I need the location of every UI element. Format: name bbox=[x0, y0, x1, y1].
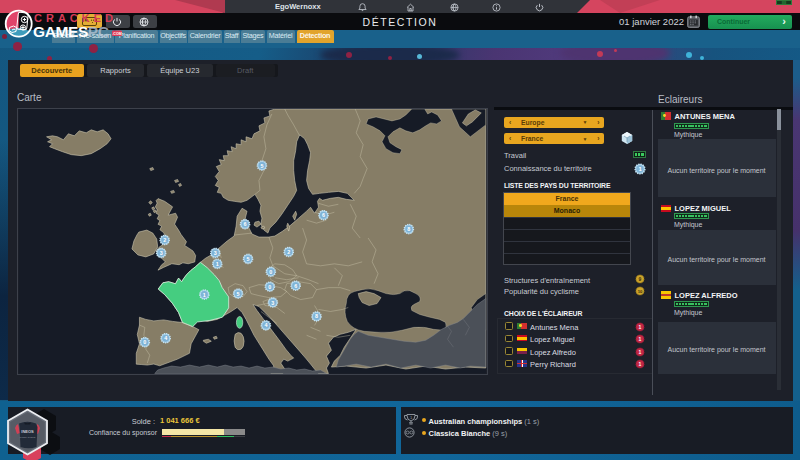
svg-text:4: 4 bbox=[164, 335, 167, 341]
svg-text:6: 6 bbox=[322, 212, 325, 218]
svg-text:1: 1 bbox=[410, 415, 413, 420]
svg-text:3: 3 bbox=[214, 250, 217, 256]
svg-text:6: 6 bbox=[244, 221, 247, 227]
svg-text:3: 3 bbox=[271, 300, 274, 306]
svg-text:1: 1 bbox=[639, 336, 642, 342]
svg-text:2: 2 bbox=[163, 237, 166, 243]
svg-text:10: 10 bbox=[637, 288, 642, 293]
svg-text:1: 1 bbox=[203, 292, 206, 298]
svg-text:3: 3 bbox=[160, 250, 163, 256]
svg-text:1: 1 bbox=[639, 323, 642, 329]
svg-text:5: 5 bbox=[260, 163, 263, 169]
svg-text:8: 8 bbox=[315, 313, 318, 319]
svg-text:2: 2 bbox=[287, 249, 290, 255]
svg-text:0: 0 bbox=[143, 339, 146, 345]
svg-text:1: 1 bbox=[639, 361, 642, 367]
svg-text:5: 5 bbox=[247, 256, 250, 262]
svg-text:9: 9 bbox=[638, 276, 641, 282]
svg-text:4: 4 bbox=[264, 322, 267, 328]
svg-text:.COM: .COM bbox=[112, 32, 121, 36]
svg-text:GAMESPC: GAMESPC bbox=[33, 23, 109, 40]
svg-text:INEOS: INEOS bbox=[21, 429, 34, 434]
svg-text:GRENADIERS: GRENADIERS bbox=[20, 436, 36, 439]
svg-text:0: 0 bbox=[269, 269, 272, 275]
svg-text:1: 1 bbox=[216, 261, 219, 267]
svg-text:1: 1 bbox=[639, 348, 642, 354]
svg-text:0: 0 bbox=[268, 284, 271, 290]
svg-text:5: 5 bbox=[237, 291, 240, 297]
svg-text:8: 8 bbox=[407, 226, 410, 232]
svg-text:6: 6 bbox=[294, 283, 297, 289]
